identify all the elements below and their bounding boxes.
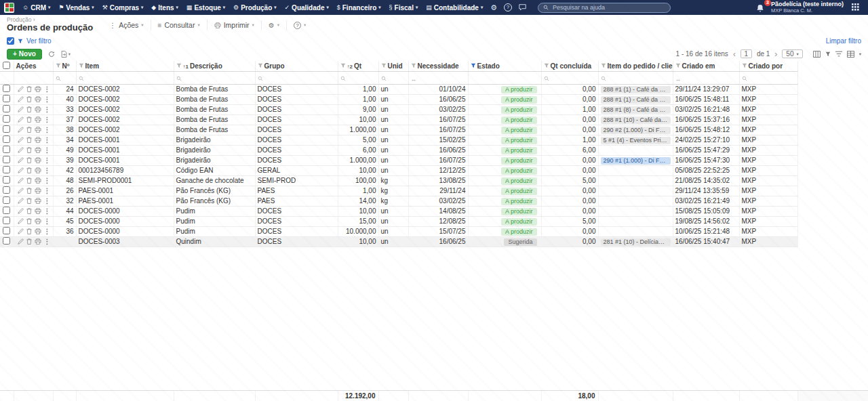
funnel-icon[interactable]	[825, 51, 831, 57]
print-icon[interactable]	[35, 137, 41, 143]
delete-icon[interactable]	[26, 147, 32, 153]
table-row[interactable]: ⋮34DOCES-0001BrigadeirãoDOCES5,00un15/02…	[0, 135, 797, 145]
filter-rows-icon[interactable]	[835, 51, 842, 57]
col-header-unid[interactable]: Unid	[378, 61, 408, 71]
row-menu-icon[interactable]: ⋮	[44, 125, 51, 134]
print-icon[interactable]	[35, 167, 41, 173]
edit-icon[interactable]	[18, 127, 24, 133]
menu-stock[interactable]: ▦Estoque▾	[182, 0, 229, 15]
row-menu-icon[interactable]: ⋮	[44, 207, 51, 215]
row-checkbox[interactable]	[3, 115, 10, 123]
edit-icon[interactable]	[18, 238, 24, 245]
print-icon[interactable]	[35, 228, 41, 234]
table-row[interactable]: ⋮33DOCES-0002Bomba de FrutasDOCES9,00un0…	[0, 104, 797, 114]
app-logo[interactable]	[4, 3, 14, 13]
help-search[interactable]	[538, 3, 671, 13]
row-checkbox[interactable]	[3, 237, 10, 245]
table-row[interactable]: ⋮36DOCES-0000PudimDOCES10.000,00un15/07/…	[0, 226, 797, 236]
filter-funnel-icon[interactable]	[258, 62, 263, 70]
edit-icon[interactable]	[18, 157, 24, 163]
settings-icon[interactable]: ⚙	[487, 3, 500, 12]
delete-icon[interactable]	[26, 177, 32, 184]
filter-funnel-icon[interactable]	[381, 62, 387, 70]
edit-icon[interactable]	[18, 147, 24, 153]
table-row[interactable]: ⋮26PAES-0001Pão Francês (KG)PAES1,00kg29…	[0, 186, 797, 196]
row-checkbox[interactable]	[3, 217, 10, 224]
delete-icon[interactable]	[26, 157, 32, 163]
edit-icon[interactable]	[18, 188, 24, 194]
edit-icon[interactable]	[18, 96, 24, 102]
filter-cell-unid[interactable]	[378, 71, 408, 84]
next-page-button[interactable]: ›	[774, 50, 777, 58]
filter-funnel-icon[interactable]	[544, 62, 549, 70]
delete-icon[interactable]	[26, 218, 32, 224]
menu-crm[interactable]: ☺CRM▾	[18, 0, 54, 15]
table-row[interactable]: ⋮49DOCES-0001BrigadeirãoDOCES6,00un16/06…	[0, 145, 797, 155]
delete-icon[interactable]	[26, 127, 32, 133]
menu-accounting[interactable]: ▤Contabilidade▾	[422, 0, 487, 15]
filter-cell-numero[interactable]	[53, 71, 76, 84]
col-header-descricao[interactable]: ↑1Descrição	[174, 61, 255, 71]
row-menu-icon[interactable]: ⋮	[44, 156, 51, 165]
chat-icon[interactable]	[515, 4, 530, 11]
col-header-select[interactable]	[0, 61, 14, 71]
print-icon[interactable]	[35, 106, 41, 112]
table-row[interactable]: ⋮42000123456789Código EANGERAL10,00un12/…	[0, 165, 797, 175]
pedido-chip[interactable]: 5 #1 (4) - Eventos Prime ...	[601, 137, 671, 145]
edit-icon[interactable]	[18, 86, 24, 92]
row-checkbox[interactable]	[3, 156, 10, 163]
delete-icon[interactable]	[26, 188, 32, 194]
prev-page-button[interactable]: ‹	[733, 50, 736, 58]
select-all-rows-checkbox[interactable]	[3, 62, 10, 69]
print-icon[interactable]	[35, 147, 41, 153]
delete-icon[interactable]	[26, 117, 32, 123]
filter-funnel-icon[interactable]	[176, 62, 182, 70]
menu-finance[interactable]: $Financeiro▾	[333, 0, 385, 15]
filter-select-all-checkbox[interactable]	[7, 37, 14, 45]
edit-icon[interactable]	[18, 137, 24, 143]
columns-icon[interactable]	[813, 51, 821, 58]
row-checkbox[interactable]	[3, 85, 10, 92]
notifications-button[interactable]: 3	[756, 3, 766, 12]
delete-icon[interactable]	[26, 238, 32, 245]
print-icon[interactable]	[35, 127, 41, 133]
print-icon[interactable]	[35, 218, 41, 224]
toolbar-imprimir-button[interactable]: Imprimir▾	[207, 20, 261, 30]
ver-filtro-link[interactable]: Ver filtro	[26, 37, 52, 45]
toolbar-help-button[interactable]: ?▾	[286, 20, 313, 30]
delete-icon[interactable]	[26, 106, 32, 112]
row-menu-icon[interactable]: ⋮	[44, 237, 51, 246]
filter-funnel-icon[interactable]	[675, 62, 681, 70]
edit-icon[interactable]	[18, 218, 24, 224]
table-row[interactable]: ⋮45DOCES-0000PudimDOCES15,00un12/08/25A …	[0, 216, 797, 226]
menu-fiscal[interactable]: §Fiscal▾	[385, 0, 422, 15]
caret-down-icon[interactable]: ▾	[859, 51, 861, 57]
refresh-button[interactable]	[48, 51, 55, 58]
delete-icon[interactable]	[26, 167, 32, 173]
filter-cell-grupo[interactable]	[255, 71, 338, 84]
table-grid-icon[interactable]	[847, 51, 854, 58]
row-menu-icon[interactable]: ⋮	[44, 115, 51, 124]
filter-cell-necessidade[interactable]: ↔	[408, 71, 468, 84]
apps-grid-icon[interactable]	[848, 3, 863, 11]
filter-cell-qt_concluida[interactable]	[541, 71, 598, 84]
row-menu-icon[interactable]: ⋮	[44, 186, 51, 195]
print-icon[interactable]	[35, 157, 41, 163]
col-header-criado_em[interactable]: Criado em	[673, 61, 739, 71]
print-icon[interactable]	[35, 188, 41, 194]
menu-purchases[interactable]: ⚒Compras▾	[98, 0, 148, 15]
filter-funnel-icon[interactable]	[56, 62, 61, 70]
print-icon[interactable]	[35, 177, 41, 184]
print-icon[interactable]	[35, 96, 41, 102]
row-checkbox[interactable]	[3, 186, 10, 194]
pedido-chip[interactable]: 281 #1 (10) - Delícias do...	[601, 238, 671, 247]
print-icon[interactable]	[35, 208, 41, 214]
edit-icon[interactable]	[18, 117, 24, 123]
row-checkbox[interactable]	[3, 166, 10, 173]
help-icon[interactable]: ?	[504, 3, 512, 12]
filter-funnel-icon[interactable]	[471, 62, 476, 70]
col-header-numero[interactable]: Nº	[53, 61, 76, 71]
pedido-chip[interactable]: 290 #2 (1.000) - Di Fami...	[601, 127, 671, 135]
toolbar-consultar-button[interactable]: ≡Consultar▾	[151, 20, 207, 30]
col-header-grupo[interactable]: Grupo	[255, 61, 338, 71]
